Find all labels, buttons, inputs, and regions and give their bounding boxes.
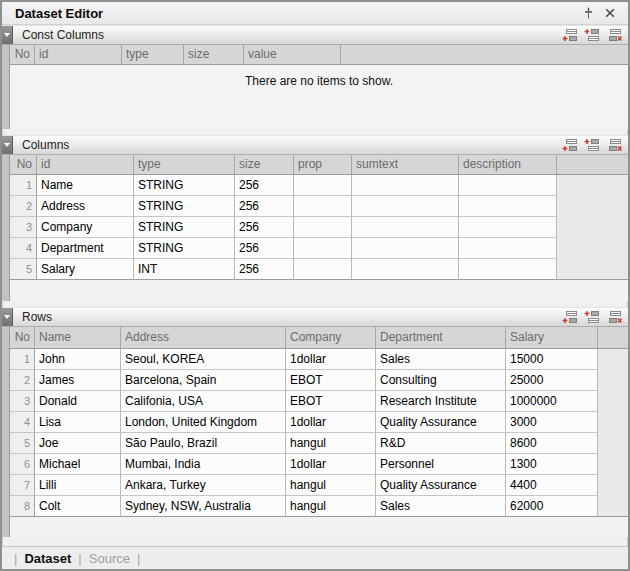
data-cell[interactable]: Califonia, USA <box>121 391 286 412</box>
data-cell[interactable]: Name <box>37 175 134 196</box>
row-number-cell[interactable]: 3 <box>10 391 35 412</box>
data-cell[interactable]: Barcelona, Spain <box>121 370 286 391</box>
data-cell[interactable]: 1dollar <box>286 454 376 475</box>
insert-row-button[interactable] <box>583 137 601 153</box>
data-cell[interactable]: London, United Kingdom <box>121 412 286 433</box>
data-cell[interactable]: Quality Assurance <box>376 412 506 433</box>
data-cell[interactable] <box>294 259 352 280</box>
data-cell[interactable]: Sales <box>376 496 506 517</box>
data-cell[interactable]: Personnel <box>376 454 506 475</box>
data-cell[interactable]: 1dollar <box>286 349 376 370</box>
data-cell[interactable]: Salary <box>37 259 134 280</box>
data-cell[interactable]: São Paulo, Brazil <box>121 433 286 454</box>
row-number-cell[interactable]: 8 <box>10 496 35 517</box>
data-cell[interactable] <box>352 175 459 196</box>
data-cell[interactable]: hangul <box>286 475 376 496</box>
data-cell[interactable]: 15000 <box>506 349 598 370</box>
delete-row-button[interactable] <box>605 27 623 43</box>
data-cell[interactable]: Consulting <box>376 370 506 391</box>
data-cell[interactable] <box>294 175 352 196</box>
data-cell[interactable]: Quality Assurance <box>376 475 506 496</box>
data-cell[interactable]: 256 <box>235 238 294 259</box>
data-cell[interactable]: Mumbai, India <box>121 454 286 475</box>
data-cell[interactable]: R&D <box>376 433 506 454</box>
data-cell[interactable]: EBOT <box>286 370 376 391</box>
delete-row-button[interactable] <box>605 137 623 153</box>
data-cell[interactable]: STRING <box>134 217 235 238</box>
insert-row-button[interactable] <box>583 27 601 43</box>
row-number-cell[interactable]: 5 <box>10 259 37 280</box>
data-cell[interactable]: STRING <box>134 175 235 196</box>
row-number-cell[interactable]: 6 <box>10 454 35 475</box>
data-cell[interactable]: hangul <box>286 496 376 517</box>
data-cell[interactable]: 3000 <box>506 412 598 433</box>
data-cell[interactable]: 256 <box>235 196 294 217</box>
data-cell[interactable]: 1300 <box>506 454 598 475</box>
insert-row-button[interactable] <box>583 309 601 325</box>
data-cell[interactable]: Research Institute <box>376 391 506 412</box>
data-cell[interactable]: Seoul, KOREA <box>121 349 286 370</box>
data-cell[interactable]: STRING <box>134 196 235 217</box>
data-cell[interactable]: Colt <box>35 496 121 517</box>
add-row-button[interactable] <box>561 309 579 325</box>
data-cell[interactable]: 8600 <box>506 433 598 454</box>
table-row: 3DonaldCalifonia, USAEBOTResearch Instit… <box>10 391 628 412</box>
row-number-cell[interactable]: 2 <box>10 196 37 217</box>
row-number-cell[interactable]: 2 <box>10 370 35 391</box>
tab-dataset[interactable]: Dataset <box>24 551 71 566</box>
data-cell[interactable]: 25000 <box>506 370 598 391</box>
data-cell[interactable] <box>459 259 557 280</box>
data-cell[interactable]: 256 <box>235 217 294 238</box>
data-cell[interactable] <box>352 196 459 217</box>
row-number-cell[interactable]: 7 <box>10 475 35 496</box>
data-cell[interactable]: Department <box>37 238 134 259</box>
data-cell[interactable] <box>459 238 557 259</box>
data-cell[interactable]: John <box>35 349 121 370</box>
data-cell[interactable] <box>352 259 459 280</box>
data-cell[interactable]: 4400 <box>506 475 598 496</box>
data-cell[interactable]: Lilli <box>35 475 121 496</box>
data-cell[interactable]: Address <box>37 196 134 217</box>
data-cell[interactable]: INT <box>134 259 235 280</box>
data-cell[interactable]: Sydney, NSW, Australia <box>121 496 286 517</box>
row-number-cell[interactable]: 4 <box>10 238 37 259</box>
data-cell[interactable] <box>459 196 557 217</box>
tab-source[interactable]: Source <box>89 551 130 566</box>
data-cell[interactable]: 1000000 <box>506 391 598 412</box>
data-cell[interactable]: Joe <box>35 433 121 454</box>
data-cell[interactable] <box>352 238 459 259</box>
row-number-cell[interactable]: 1 <box>10 349 35 370</box>
data-cell[interactable]: Michael <box>35 454 121 475</box>
data-cell[interactable]: 256 <box>235 259 294 280</box>
row-number-cell[interactable]: 4 <box>10 412 35 433</box>
data-cell[interactable]: hangul <box>286 433 376 454</box>
row-number-cell[interactable]: 5 <box>10 433 35 454</box>
row-number-cell[interactable]: 3 <box>10 217 37 238</box>
data-cell[interactable]: STRING <box>134 238 235 259</box>
data-cell[interactable]: 1dollar <box>286 412 376 433</box>
add-row-button[interactable] <box>561 137 579 153</box>
pin-button[interactable] <box>580 5 596 21</box>
delete-row-button[interactable] <box>605 309 623 325</box>
close-button[interactable] <box>602 5 618 21</box>
data-cell[interactable]: 256 <box>235 175 294 196</box>
data-cell[interactable] <box>459 217 557 238</box>
collapse-section-button[interactable] <box>2 26 13 44</box>
data-cell[interactable]: Company <box>37 217 134 238</box>
row-number-cell[interactable]: 1 <box>10 175 37 196</box>
data-cell[interactable]: Lisa <box>35 412 121 433</box>
collapse-section-button[interactable] <box>2 308 13 326</box>
data-cell[interactable]: Donald <box>35 391 121 412</box>
collapse-section-button[interactable] <box>2 136 13 154</box>
add-row-button[interactable] <box>561 27 579 43</box>
data-cell[interactable]: EBOT <box>286 391 376 412</box>
data-cell[interactable]: James <box>35 370 121 391</box>
data-cell[interactable] <box>459 175 557 196</box>
data-cell[interactable]: Ankara, Turkey <box>121 475 286 496</box>
data-cell[interactable]: Sales <box>376 349 506 370</box>
data-cell[interactable] <box>352 217 459 238</box>
data-cell[interactable] <box>294 238 352 259</box>
data-cell[interactable]: 62000 <box>506 496 598 517</box>
data-cell[interactable] <box>294 196 352 217</box>
data-cell[interactable] <box>294 217 352 238</box>
